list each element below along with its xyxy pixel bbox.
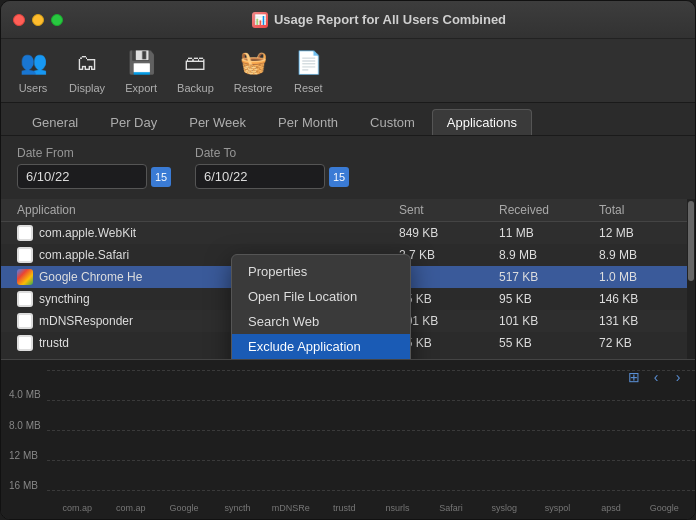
chart-area: 16 MB 12 MB 8.0 MB 4.0 MB com.apcom.apGo…	[1, 359, 695, 519]
chart-navigation: ⊞ ‹ ›	[625, 368, 687, 386]
chart-bars	[47, 370, 695, 491]
chart-nav-prev-icon[interactable]: ‹	[647, 368, 665, 386]
toolbar-display[interactable]: 🗂 Display	[69, 47, 105, 94]
date-to-label: Date To	[195, 146, 349, 160]
x-label: mDNSRe	[264, 503, 317, 513]
traffic-lights	[13, 14, 63, 26]
total-cell: 72 KB	[599, 336, 679, 350]
restore-icon: 🧺	[237, 47, 269, 79]
total-cell: 12 MB	[599, 226, 679, 240]
restore-label: Restore	[234, 82, 273, 94]
toolbar-backup[interactable]: 🗃 Backup	[177, 47, 214, 94]
menu-item-exclude-application[interactable]: Exclude Application	[232, 334, 410, 359]
sent-cell: 55 KB	[399, 336, 499, 350]
date-from-input[interactable]	[17, 164, 147, 189]
total-cell: 146 KB	[599, 292, 679, 306]
chart-x-labels: com.apcom.apGooglesyncthmDNSRetrustdnsur…	[47, 503, 695, 513]
date-from-group: Date From 15	[17, 146, 171, 189]
total-cell: 131 KB	[599, 314, 679, 328]
table-header: Application Sent Received Total	[1, 199, 695, 222]
context-menu: Properties Open File Location Search Web…	[231, 254, 411, 359]
x-label: syncth	[211, 503, 264, 513]
date-to-group: Date To 15	[195, 146, 349, 189]
date-from-input-wrap: 15	[17, 164, 171, 189]
toolbar-restore[interactable]: 🧺 Restore	[234, 47, 273, 94]
chart-body: com.apcom.apGooglesyncthmDNSRetrustdnsur…	[47, 360, 695, 519]
maximize-button[interactable]	[51, 14, 63, 26]
menu-item-properties[interactable]: Properties	[232, 259, 410, 284]
received-cell: 101 KB	[499, 314, 599, 328]
chart-nav-next-icon[interactable]: ›	[669, 368, 687, 386]
received-cell: 11 MB	[499, 226, 599, 240]
toolbar-users[interactable]: 👥 Users	[17, 47, 49, 94]
tab-per-day[interactable]: Per Day	[95, 109, 172, 135]
users-icon: 👥	[17, 47, 49, 79]
sent-cell: 849 KB	[399, 226, 499, 240]
sent-cell: 2.7 KB	[399, 248, 499, 262]
sent-cell: 101 KB	[399, 314, 499, 328]
window-title: 📊 Usage Report for All Users Combined	[75, 12, 683, 28]
date-to-input-wrap: 15	[195, 164, 349, 189]
y-label-3: 12 MB	[9, 450, 41, 461]
y-label-4: 16 MB	[9, 480, 41, 491]
reset-icon: 📄	[292, 47, 324, 79]
y-label-2: 8.0 MB	[9, 420, 41, 431]
col-application: Application	[17, 203, 399, 217]
y-label-1: 4.0 MB	[9, 389, 41, 400]
toolbar-reset[interactable]: 📄 Reset	[292, 47, 324, 94]
x-label: syspol	[531, 503, 584, 513]
title-bar: 📊 Usage Report for All Users Combined	[1, 1, 695, 39]
toolbar-export[interactable]: 💾 Export	[125, 47, 157, 94]
app-icon	[17, 291, 33, 307]
date-row: Date From 15 Date To 15	[1, 136, 695, 199]
x-label: Safari	[424, 503, 477, 513]
x-label: trustd	[317, 503, 370, 513]
total-cell: 1.0 MB	[599, 270, 679, 284]
scrollbar[interactable]	[687, 199, 695, 359]
display-label: Display	[69, 82, 105, 94]
menu-item-open-file-location[interactable]: Open File Location	[232, 284, 410, 309]
app-icon	[17, 335, 33, 351]
tab-general[interactable]: General	[17, 109, 93, 135]
users-label: Users	[19, 82, 48, 94]
date-from-label: Date From	[17, 146, 171, 160]
date-to-calendar-icon[interactable]: 15	[329, 167, 349, 187]
scrollbar-thumb[interactable]	[688, 201, 694, 281]
main-window: 📊 Usage Report for All Users Combined 👥 …	[0, 0, 696, 520]
close-button[interactable]	[13, 14, 25, 26]
x-label: Google	[157, 503, 210, 513]
export-label: Export	[125, 82, 157, 94]
app-icon	[17, 313, 33, 329]
received-cell: 517 KB	[499, 270, 599, 284]
backup-label: Backup	[177, 82, 214, 94]
tab-applications[interactable]: Applications	[432, 109, 532, 135]
display-icon: 🗂	[71, 47, 103, 79]
tab-per-week[interactable]: Per Week	[174, 109, 261, 135]
table-area: Application Sent Received Total com.appl…	[1, 199, 695, 359]
app-name-cell: com.apple.WebKit	[17, 225, 399, 241]
app-icon	[17, 225, 33, 241]
col-received: Received	[499, 203, 599, 217]
backup-icon: 🗃	[179, 47, 211, 79]
total-cell: 8.9 MB	[599, 248, 679, 262]
sent-cell: 95 KB	[399, 292, 499, 306]
col-total: Total	[599, 203, 679, 217]
received-cell: 8.9 MB	[499, 248, 599, 262]
col-sent: Sent	[399, 203, 499, 217]
title-icon: 📊	[252, 12, 268, 28]
table-row[interactable]: com.apple.WebKit 849 KB 11 MB 12 MB	[1, 222, 695, 244]
toolbar: 👥 Users 🗂 Display 💾 Export 🗃 Backup 🧺 Re…	[1, 39, 695, 103]
x-label: com.ap	[104, 503, 157, 513]
chart-nav-grid-icon[interactable]: ⊞	[625, 368, 643, 386]
app-icon	[17, 247, 33, 263]
menu-item-search-web[interactable]: Search Web	[232, 309, 410, 334]
export-icon: 💾	[125, 47, 157, 79]
date-from-calendar-icon[interactable]: 15	[151, 167, 171, 187]
tab-per-month[interactable]: Per Month	[263, 109, 353, 135]
app-icon	[17, 269, 33, 285]
received-cell: 95 KB	[499, 292, 599, 306]
minimize-button[interactable]	[32, 14, 44, 26]
content-area: Application Sent Received Total com.appl…	[1, 199, 695, 519]
tab-custom[interactable]: Custom	[355, 109, 430, 135]
date-to-input[interactable]	[195, 164, 325, 189]
